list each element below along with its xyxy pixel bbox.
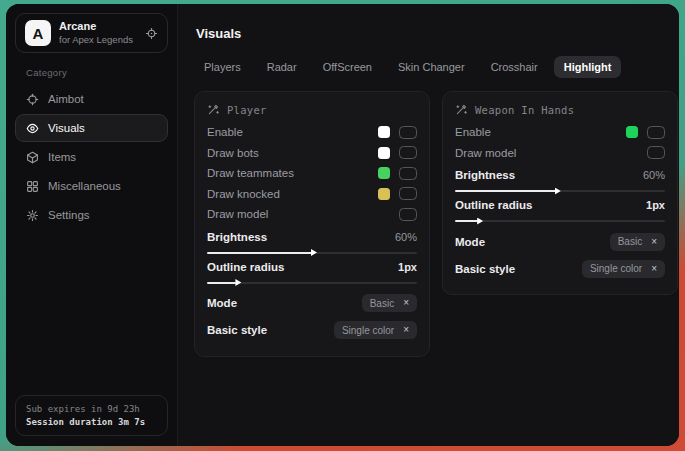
panels-container: PlayerEnableDraw botsDraw teammatesDraw … (194, 91, 678, 357)
slider-label: Brightness (455, 169, 643, 181)
toggle-label: Draw knocked (207, 188, 378, 200)
panel-title: Weapon In Hands (475, 104, 574, 116)
toggle-row: Enable (207, 122, 417, 143)
tag-label: Mode (455, 236, 610, 248)
target-icon[interactable] (145, 27, 158, 40)
sub-expiry-text: Sub expires in 9d 23h (26, 404, 157, 414)
tag-pill[interactable]: Basic× (610, 233, 665, 251)
sidebar-item-label: Visuals (48, 122, 85, 134)
sidebar-item-items[interactable]: Items (15, 143, 168, 171)
remove-tag-icon[interactable]: × (403, 298, 409, 308)
slider-fill (455, 190, 556, 192)
slider-value: 60% (643, 169, 665, 181)
checkbox[interactable] (399, 208, 417, 221)
tag-pill[interactable]: Basic× (362, 294, 417, 312)
sidebar-item-settings[interactable]: Settings (15, 201, 168, 229)
color-swatch[interactable] (378, 188, 390, 200)
color-swatch[interactable] (378, 147, 390, 159)
tag-pill[interactable]: Single color× (334, 321, 417, 339)
tab-offscreen[interactable]: OffScreen (313, 56, 382, 78)
tag-value: Basic (618, 236, 642, 247)
panel-header: Player (207, 103, 417, 116)
panel-title: Player (227, 104, 267, 116)
slider-block: Outline radius1px (207, 261, 417, 284)
slider-label: Outline radius (455, 199, 646, 211)
app-subtitle: for Apex Legends (59, 34, 137, 46)
app-name: Arcane (59, 20, 137, 34)
tag-label: Basic style (455, 263, 582, 275)
slider-fill (207, 282, 236, 284)
checkbox[interactable] (647, 146, 665, 159)
slider-block: Outline radius1px (455, 199, 665, 222)
sidebar-item-aimbot[interactable]: Aimbot (15, 85, 168, 113)
slider-value: 60% (395, 231, 417, 243)
tag-label: Mode (207, 297, 362, 309)
sidebar: A Arcane for Apex Legends Category Aimbo… (6, 4, 178, 446)
color-swatch[interactable] (626, 126, 638, 138)
toggle-row: Draw model (207, 204, 417, 225)
tag-row: Basic styleSingle color× (207, 318, 417, 343)
slider-thumb[interactable] (235, 279, 241, 286)
checkbox[interactable] (399, 167, 417, 180)
grid-icon (26, 180, 39, 193)
slider-block: Brightness60% (455, 169, 665, 192)
sidebar-item-visuals[interactable]: Visuals (15, 114, 168, 142)
slider-track[interactable] (455, 220, 665, 222)
app-header-card: A Arcane for Apex Legends (15, 13, 168, 53)
color-swatch[interactable] (378, 126, 390, 138)
slider-thumb[interactable] (555, 188, 561, 195)
toggle-row: Draw bots (207, 143, 417, 164)
slider-label: Brightness (207, 231, 395, 243)
slider-track[interactable] (455, 190, 665, 192)
toggle-label: Enable (455, 126, 626, 138)
toggle-label: Draw model (207, 208, 399, 220)
remove-tag-icon[interactable]: × (651, 237, 657, 247)
toggle-label: Draw bots (207, 147, 378, 159)
tag-row: ModeBasic× (455, 229, 665, 254)
tab-skin-changer[interactable]: Skin Changer (388, 56, 475, 78)
toggle-label: Draw teammates (207, 167, 378, 179)
toggle-label: Enable (207, 126, 378, 138)
toggle-row: Enable (455, 122, 665, 143)
checkbox[interactable] (647, 126, 665, 139)
remove-tag-icon[interactable]: × (403, 325, 409, 335)
tab-bar: PlayersRadarOffScreenSkin ChangerCrossha… (194, 56, 678, 78)
tab-highlight[interactable]: Highlight (554, 56, 622, 78)
slider-value: 1px (646, 199, 665, 211)
sidebar-nav: AimbotVisualsItemsMiscellaneousSettings (15, 85, 168, 229)
checkbox[interactable] (399, 126, 417, 139)
slider-track[interactable] (207, 282, 417, 284)
color-swatch[interactable] (378, 167, 390, 179)
slider-block: Brightness60% (207, 231, 417, 254)
crosshair-icon (26, 93, 39, 106)
panel-header: Weapon In Hands (455, 103, 665, 116)
sidebar-item-label: Settings (48, 209, 90, 221)
tab-crosshair[interactable]: Crosshair (481, 56, 548, 78)
slider-track[interactable] (207, 252, 417, 254)
sidebar-item-miscellaneous[interactable]: Miscellaneous (15, 172, 168, 200)
tag-row: Basic styleSingle color× (455, 256, 665, 281)
tag-value: Single color (342, 325, 394, 336)
tag-value: Basic (370, 298, 394, 309)
slider-label: Outline radius (207, 261, 398, 273)
panel-weapon-in-hands: Weapon In HandsEnableDraw modelBrightnes… (442, 91, 678, 295)
slider-thumb[interactable] (477, 218, 483, 225)
tab-radar[interactable]: Radar (257, 56, 307, 78)
toggle-row: Draw model (455, 143, 665, 164)
checkbox[interactable] (399, 146, 417, 159)
session-duration-text: Session duration 3m 7s (26, 417, 157, 427)
slider-value: 1px (398, 261, 417, 273)
wand-icon (207, 103, 220, 116)
toggle-row: Draw teammates (207, 163, 417, 184)
remove-tag-icon[interactable]: × (651, 264, 657, 274)
tag-label: Basic style (207, 324, 334, 336)
slider-thumb[interactable] (311, 249, 317, 256)
checkbox[interactable] (399, 187, 417, 200)
slider-fill (207, 252, 312, 254)
sidebar-item-label: Aimbot (48, 93, 84, 105)
slider-fill (455, 220, 478, 222)
toggle-row: Draw knocked (207, 184, 417, 205)
box-icon (26, 151, 39, 164)
tag-pill[interactable]: Single color× (582, 260, 665, 278)
tab-players[interactable]: Players (194, 56, 251, 78)
